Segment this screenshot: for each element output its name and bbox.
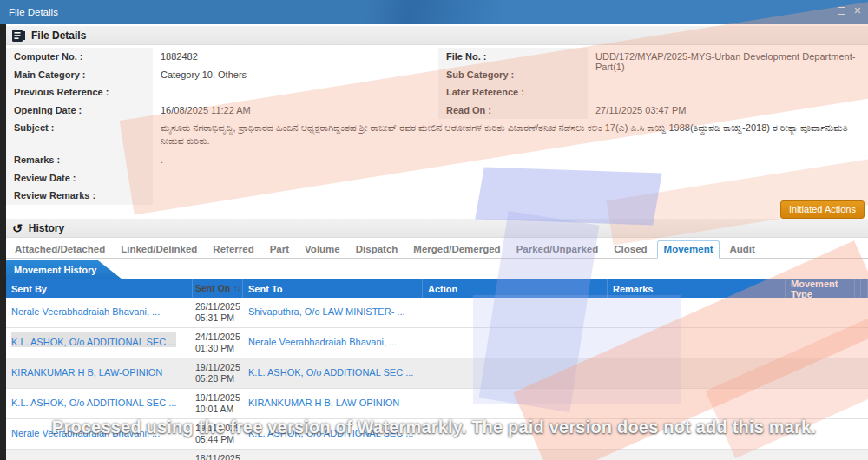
sent-on-date: 26/11/2025 <box>195 301 240 312</box>
column-header-sent-by[interactable]: Sent By <box>6 279 193 298</box>
column-header-remarks[interactable]: Remarks <box>608 279 786 298</box>
column-header-action[interactable]: Action <box>423 279 608 298</box>
sent-on-time: 01:30 PM <box>195 343 240 354</box>
table-row: K.L. ASHOK, O/o ADDITIONAL SEC ... 19/11… <box>6 389 868 419</box>
fields-full: Subject : ಮೈಸೂರು ನಗರಾಭಿವೃದ್ಧಿ, ಪ್ರಾಧಿಕಾರ… <box>6 119 865 205</box>
remarks-cell <box>608 358 786 388</box>
field-label: Previous Reference : <box>6 83 153 102</box>
column-header-sent-to[interactable]: Sent To <box>243 279 423 298</box>
sent-on-cell: 19/11/2025 05:44 PM <box>193 419 243 449</box>
sent-to-link[interactable]: K.L. ASHOK, O/o ADDITIONAL SEC ... <box>248 362 413 378</box>
field-value: 1882482 <box>153 48 437 66</box>
field-value: Category 10. Others <box>153 66 437 84</box>
action-cell <box>423 389 608 418</box>
close-icon[interactable]: × <box>854 6 861 15</box>
sent-by-link[interactable]: KIRANKUMAR H B, LAW-OPINION <box>11 362 162 378</box>
field-value <box>588 66 865 84</box>
tab-attached-detached[interactable]: Attached/Detached <box>9 241 111 258</box>
remarks-cell <box>608 419 786 449</box>
field-label: Review Remarks : <box>6 187 153 205</box>
maximize-icon[interactable] <box>838 7 845 15</box>
field-value: . <box>153 151 865 169</box>
sent-on-cell: 19/11/2025 05:28 PM <box>193 358 243 388</box>
column-header-sent-on[interactable]: Sent On ↑↓ <box>193 279 243 298</box>
field-value: 16/08/2025 11:22 AM <box>153 102 437 120</box>
sent-on-cell: 19/11/2025 10:01 AM <box>193 389 243 418</box>
table-row: Nerale Veerabhadraiah Bhavani, ... 26/11… <box>6 298 868 328</box>
field-value <box>153 187 865 205</box>
action-cell <box>423 450 608 460</box>
tab-dispatch[interactable]: Dispatch <box>350 241 404 258</box>
field-label: Later Reference : <box>438 83 588 102</box>
movement-type-cell <box>786 419 855 449</box>
movement-type-cell <box>786 450 855 460</box>
tab-merged-demerged[interactable]: Merged/Demerged <box>407 241 506 258</box>
field-label: Remarks : <box>6 151 153 169</box>
field-label: Sub Category : <box>438 66 588 84</box>
action-cell <box>423 328 608 358</box>
action-cell <box>423 419 608 449</box>
field-value: 27/11/2025 03:47 PM <box>588 102 865 120</box>
window-title: File Details <box>0 7 58 17</box>
sent-on-time: 05:28 PM <box>195 373 240 384</box>
remarks-cell <box>608 389 786 418</box>
remarks-cell <box>608 450 786 460</box>
sent-on-time: 10:01 AM <box>195 404 240 415</box>
table-row: K.L. ASHOK, O/o ADDITIONAL SEC ... 24/11… <box>6 328 868 358</box>
tab-parked-unparked[interactable]: Parked/Unparked <box>510 241 605 258</box>
subject-value: ಮೈಸೂರು ನಗರಾಭಿವೃದ್ಧಿ, ಪ್ರಾಧಿಕಾರದ ಹಿಂದಿನ ಅ… <box>153 119 860 151</box>
sent-to-link[interactable]: KIRANKUMAR H B, LAW-OPINION <box>248 392 399 408</box>
tab-closed[interactable]: Closed <box>608 241 653 258</box>
field-label: Computer No. : <box>6 48 153 66</box>
tab-linked-delinked[interactable]: Linked/Delinked <box>115 241 203 258</box>
tab-volume[interactable]: Volume <box>299 241 346 258</box>
history-tabs: Attached/Detached Linked/Delinked Referr… <box>6 240 868 259</box>
sent-on-date: 19/11/2025 <box>195 392 240 404</box>
history-icon: ↺ <box>12 222 23 234</box>
sent-to-link[interactable]: Nerale Veerabhadraiah Bhavani, ... <box>248 332 397 347</box>
field-label: Main Category : <box>6 66 153 84</box>
sent-by-link[interactable]: Nerale Veerabhadraiah Bhavani, ... <box>11 423 160 438</box>
tab-movement[interactable]: Movement <box>657 240 720 259</box>
tab-audit[interactable]: Audit <box>723 241 760 258</box>
sort-icon[interactable]: ↑↓ <box>233 283 240 294</box>
sent-to-link[interactable]: K.L. ASHOK, O/o ADDITIONAL SEC ... <box>248 423 413 438</box>
field-label: Opening Date : <box>6 102 153 120</box>
file-details-section-header: File Details <box>6 26 868 45</box>
action-cell <box>423 358 608 388</box>
field-value: UDD/172/MYAP/2025-MYS-Urban Development … <box>588 48 865 66</box>
sent-on-cell: 26/11/2025 05:31 PM <box>193 298 243 327</box>
sent-on-cell: 18/11/2025 <box>193 450 243 460</box>
section-title: File Details <box>31 30 86 42</box>
movement-type-cell <box>786 298 855 327</box>
field-label: Review Date : <box>6 169 153 187</box>
sent-on-time: 05:44 PM <box>195 434 240 445</box>
fields-left: Computer No. : 1882482 Main Category : C… <box>6 48 437 119</box>
sent-to-link[interactable]: Shivaputhra, O/o LAW MINISTER- ... <box>248 301 405 317</box>
tab-part[interactable]: Part <box>264 241 295 258</box>
left-edge-strip <box>0 24 6 460</box>
window-titlebar: File Details × <box>0 0 868 24</box>
sent-by-link[interactable]: K.L. ASHOK, O/o ADDITIONAL SEC ... <box>11 392 176 408</box>
column-header-label: Sent On <box>195 283 230 294</box>
column-header-movement-type[interactable]: Movement Type <box>786 279 855 298</box>
sent-on-date: 24/11/2025 <box>195 332 240 343</box>
remarks-cell <box>608 328 786 358</box>
table-row: Nerale Veerabhadraiah Bhavani, ... 19/11… <box>6 419 868 450</box>
initiated-actions-button[interactable]: Initiated Actions <box>780 200 865 219</box>
fields-right: File No. : UDD/172/MYAP/2025-MYS-Urban D… <box>438 48 865 119</box>
sent-by-link[interactable]: Nerale Veerabhadraiah Bhavani, ... <box>11 301 160 317</box>
field-label: Read On : <box>438 102 588 120</box>
tab-referred[interactable]: Referred <box>207 241 260 258</box>
field-label: File No. : <box>438 48 588 66</box>
sent-on-date: 18/11/2025 <box>195 453 240 460</box>
table-row: 18/11/2025 <box>6 450 868 460</box>
field-value <box>588 83 865 102</box>
file-details-icon <box>12 30 25 42</box>
field-value <box>153 169 865 187</box>
history-section-header: ↺ History <box>6 219 868 238</box>
action-cell <box>423 298 608 327</box>
section-title: History <box>29 222 64 234</box>
field-label: Subject : <box>6 119 153 151</box>
sent-by-link[interactable]: K.L. ASHOK, O/o ADDITIONAL SEC ... <box>11 332 176 347</box>
